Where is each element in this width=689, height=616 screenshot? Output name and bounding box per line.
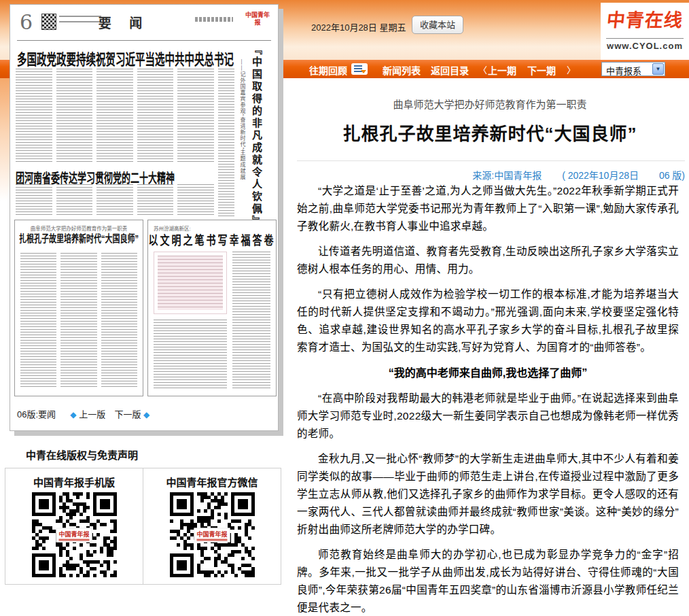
paragraph: 师范教育始终是曲阜师大的办学初心,也已成为彰显办学竞争力的“金字”招牌。多年来,… bbox=[297, 546, 679, 616]
article-date: ( 2022年10月28日 bbox=[562, 170, 639, 181]
newsprint-text-column bbox=[96, 184, 133, 217]
boxed-article-2[interactable]: 苏州汾湖高新区: 以文明之笔书写幸福答卷 bbox=[147, 220, 277, 396]
header-date: 2022年10月28日 星期五 bbox=[311, 20, 406, 33]
headline-vertical-subtitle: ——记外国嘉宾参观“奋进新时代”主题成就展 bbox=[238, 59, 246, 202]
boxed-article-2-title[interactable]: 以文明之笔书写幸福答卷 bbox=[148, 230, 276, 248]
page-label: 06版:要闻 bbox=[17, 409, 56, 420]
article-source-row: 来源:中国青年报 ( 2022年10月28日 06 版) bbox=[297, 160, 685, 182]
paragraph: “大学之道是‘止于至善’之道,为人之师当做大先生。”2022年秋季新学期正式开始… bbox=[297, 182, 679, 235]
article-columns bbox=[16, 69, 214, 164]
newsprint-text-column bbox=[60, 253, 96, 389]
paragraph: “在高中阶段对我帮助最大的韩港老师就是毕业于曲师。”在说起选择来到曲阜师大学习师… bbox=[297, 390, 679, 443]
qr-cell-mobile: 中国青年报手机版 中国青年报 bbox=[5, 468, 143, 584]
nav-prev-issue[interactable]: 上一期 bbox=[488, 63, 516, 78]
article-source: 来源:中国青年报 bbox=[472, 170, 542, 181]
page-navigation: 06版:要闻 ◆ 上一版 下一版 ◆ bbox=[17, 407, 149, 420]
prev-issue-chevron-icon: 〈 bbox=[478, 63, 487, 78]
newsprint-text-column bbox=[96, 69, 133, 164]
logo-calligraphy: 中青在线 bbox=[599, 3, 689, 38]
newsprint-text-column bbox=[101, 253, 137, 389]
nav-back-to-contents[interactable]: 返回目录 bbox=[431, 63, 469, 78]
newspaper-page-preview[interactable]: 6 要 闻 中国青年报 多国政党政要持续祝贺习近平当选中共中央总书记 团河南省委… bbox=[10, 4, 279, 431]
intro-highlight-block bbox=[154, 252, 227, 314]
qr-title: 中国青年报官方微信 bbox=[143, 475, 281, 489]
article-page-no: 06 版) bbox=[659, 170, 685, 181]
qr-center-label: 中国青年报 bbox=[194, 528, 230, 542]
masthead-brand: 中国青年报 bbox=[244, 12, 271, 27]
qr-center-label: 中国青年报 bbox=[56, 528, 92, 542]
prev-page-link[interactable]: 上一版 bbox=[79, 409, 105, 420]
article-subheading: “我的高中老师来自曲师,我也选择了曲师” bbox=[297, 364, 679, 380]
headline-main[interactable]: 多国政党政要持续祝贺习近平当选中共中央总书记 bbox=[17, 47, 241, 69]
paragraph: 金秋九月,又一批心怀“教师梦”的大学新生走进曲阜师大,其中不少人有着和姜同学类似… bbox=[297, 450, 679, 538]
copyright-notice-title: 中青在线版权与免责声明 bbox=[26, 447, 138, 462]
qr-code-image: 中国青年报 bbox=[32, 492, 117, 577]
newsprint-text-column bbox=[232, 252, 270, 389]
site-logo[interactable]: 中青在线 www.CYOL.com bbox=[601, 3, 689, 60]
newsprint-text-column bbox=[20, 253, 56, 389]
masthead-date-lines bbox=[195, 17, 233, 22]
newsprint-text-column bbox=[16, 184, 52, 217]
paragraph: “只有把立德树人成效作为检验学校一切工作的根本标准,才能为培养堪当大任的时代新人… bbox=[297, 286, 679, 356]
qr-code-panel: 中国青年报手机版 中国青年报 中国青年报官方微信 中国青年报 bbox=[5, 468, 281, 585]
newsprint-text-column bbox=[56, 69, 93, 164]
newsprint-text-column bbox=[56, 184, 93, 217]
article-columns bbox=[16, 184, 214, 217]
logo-url: www.CYOL.com bbox=[606, 38, 684, 51]
nav-news-list[interactable]: 新闻列表 bbox=[383, 63, 421, 78]
next-page-diamond-icon: ◆ bbox=[143, 410, 149, 420]
qr-cell-wechat: 中国青年报官方微信 中国青年报 bbox=[143, 468, 281, 584]
newsprint-text-column bbox=[154, 320, 227, 389]
publication-select[interactable]: 中青报系 ▼ bbox=[601, 62, 665, 76]
prev-page-diamond-icon: ◆ bbox=[70, 410, 76, 420]
headline-vertical[interactable]: 『中国取得的非凡成就令人钦佩』 bbox=[249, 44, 264, 224]
paragraph: 让传道者先明道信道、教育者先受教育,生动反映出这所孔子家乡大学落实立德树人根本任… bbox=[297, 243, 679, 278]
issue-list-dropdown-icon[interactable] bbox=[351, 63, 368, 75]
article-title: 扎根孔子故里培养新时代“大国良师” bbox=[291, 120, 689, 145]
newsprint-text-column bbox=[218, 69, 234, 217]
article-kicker: 曲阜师范大学把办好师范教育作为第一职责 bbox=[291, 97, 689, 111]
newsprint-text-column bbox=[137, 69, 174, 164]
newsprint-text-column bbox=[16, 69, 52, 164]
publication-select-value: 中青报系 bbox=[606, 64, 641, 77]
newsprint-text-column bbox=[177, 184, 214, 217]
next-page-link[interactable]: 下一版 bbox=[114, 409, 141, 420]
nav-back-issues[interactable]: 往期回顾 bbox=[309, 63, 347, 78]
qr-title: 中国青年报手机版 bbox=[5, 475, 143, 489]
section-title: 要 闻 bbox=[10, 13, 237, 31]
favorite-site-button[interactable]: 收藏本站 bbox=[412, 16, 463, 34]
article-columns bbox=[20, 253, 137, 389]
newsprint-text-column bbox=[177, 69, 214, 164]
masthead-rule bbox=[17, 40, 271, 41]
boxed-article-1[interactable]: 曲阜师范大学把办好师范教育作为第一职责 扎根孔子故里培养新时代“大国良师” bbox=[14, 220, 143, 396]
newsprint-text-column bbox=[137, 184, 174, 217]
next-issue-chevron-icon: 〉 bbox=[567, 63, 576, 78]
qr-code-image: 中国青年报 bbox=[170, 492, 255, 577]
epaper-page: 2022年10月28日 星期五 收藏本站 中青在线 www.CYOL.com 往… bbox=[0, 0, 689, 616]
article-body: “大学之道是‘止于至善’之道,为人之师当做大先生。”2022年秋季新学期正式开始… bbox=[297, 182, 679, 616]
boxed-article-1-title[interactable]: 扎根孔子故里培养新时代“大国良师” bbox=[16, 230, 142, 245]
nav-next-issue[interactable]: 下一期 bbox=[527, 63, 556, 78]
chevron-down-icon: ▼ bbox=[652, 63, 664, 75]
